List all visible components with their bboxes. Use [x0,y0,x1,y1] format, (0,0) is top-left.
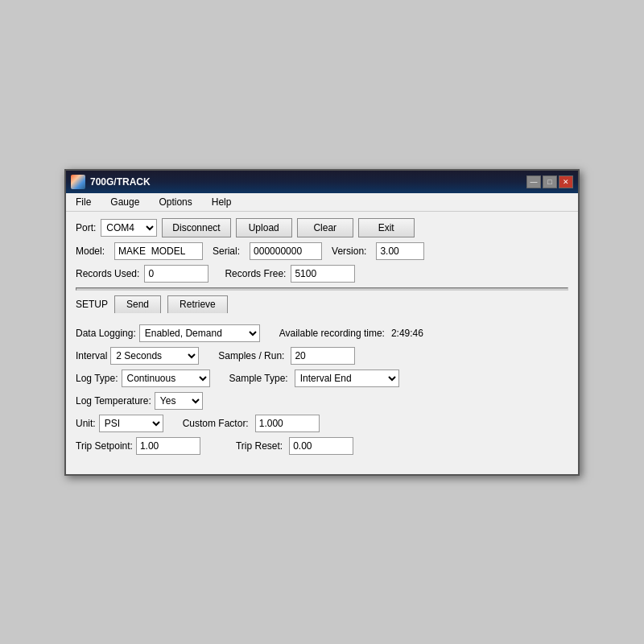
version-input[interactable] [376,242,424,260]
trip-reset-input[interactable] [289,437,353,455]
samples-run-label: Samples / Run: [218,350,284,361]
samples-run-input[interactable] [291,347,355,365]
log-temp-select[interactable]: Yes No [155,392,203,410]
setup-label: SETUP [76,299,108,310]
records-used-input[interactable] [144,265,208,283]
log-type-label: Log Type: [76,373,118,384]
window-title: 700G/TRACK [90,176,151,188]
trip-row: Trip Setpoint: Trip Reset: [76,437,568,455]
port-label: Port: [76,222,96,233]
separator [76,287,568,291]
retrieve-button[interactable]: Retrieve [167,295,228,313]
records-row: Records Used: Records Free: [76,265,568,283]
unit-label: Unit: [76,418,96,429]
log-temp-row: Log Temperature: Yes No [76,392,568,410]
menu-bar: File Gauge Options Help [66,193,578,212]
records-free-label: Records Free: [225,268,286,279]
log-type-row: Log Type: Continuous Snapshot Sample Typ… [76,369,568,387]
log-temp-label: Log Temperature: [76,395,151,407]
serial-input[interactable] [250,242,322,260]
custom-factor-input[interactable] [255,415,320,432]
unit-row: Unit: PSI BAR kPa Custom Factor: [76,415,568,432]
trip-reset-label: Trip Reset: [236,440,283,452]
log-type-select[interactable]: Continuous Snapshot [122,369,210,387]
available-time-value: 2:49:46 [391,328,423,339]
menu-gauge[interactable]: Gauge [105,195,144,209]
title-bar-controls: — □ ✕ [526,175,573,188]
upload-button[interactable]: Upload [236,218,292,237]
custom-factor-label: Custom Factor: [183,418,249,429]
records-free-group: Records Free: [225,265,355,283]
send-button[interactable]: Send [114,295,161,313]
records-free-input[interactable] [291,265,355,283]
unit-select[interactable]: PSI BAR kPa [99,415,163,432]
main-window: 700G/TRACK — □ ✕ File Gauge Options Help… [64,169,580,476]
sample-type-label: Sample Type: [229,373,288,384]
close-button[interactable]: ✕ [559,175,573,188]
minimize-button[interactable]: — [526,175,541,188]
setup-header: SETUP Send Retrieve [76,295,568,313]
disconnect-button[interactable]: Disconnect [162,218,230,237]
records-used-group: Records Used: [76,265,208,283]
sample-type-select[interactable]: Interval End Average Peak [295,369,399,387]
menu-options[interactable]: Options [154,195,196,209]
interval-label: Interval [76,350,107,361]
records-used-label: Records Used: [76,268,139,279]
setup-fields: Data Logging: Enabled, Demand Enabled, A… [76,320,568,464]
trip-setpoint-input[interactable] [136,437,200,455]
clear-button[interactable]: Clear [297,218,353,237]
maximize-button[interactable]: □ [543,175,557,188]
interval-row: Interval 2 Seconds 1 Second 5 Seconds 10… [76,347,568,365]
app-icon [71,175,85,189]
main-content: Port: COM4 COM1 COM2 COM3 Disconnect Upl… [66,212,578,474]
title-bar: 700G/TRACK — □ ✕ [66,171,578,193]
model-input[interactable] [114,242,203,260]
model-label: Model: [76,246,105,257]
title-bar-left: 700G/TRACK [71,175,151,189]
version-label: Version: [332,246,366,257]
trip-setpoint-label: Trip Setpoint: [76,440,133,452]
menu-file[interactable]: File [71,195,96,209]
available-time-label: Available recording time: [279,328,385,339]
data-logging-select[interactable]: Enabled, Demand Enabled, Auto Disabled [139,324,260,342]
menu-help[interactable]: Help [207,195,237,209]
port-select[interactable]: COM4 COM1 COM2 COM3 [101,219,157,237]
exit-button[interactable]: Exit [358,218,415,237]
data-logging-row: Data Logging: Enabled, Demand Enabled, A… [76,324,568,342]
model-serial-row: Model: Serial: Version: [76,242,568,260]
data-logging-label: Data Logging: [76,328,136,339]
interval-select[interactable]: 2 Seconds 1 Second 5 Seconds 10 Seconds [110,347,199,365]
serial-label: Serial: [213,246,240,257]
top-buttons-row: Port: COM4 COM1 COM2 COM3 Disconnect Upl… [76,218,568,237]
